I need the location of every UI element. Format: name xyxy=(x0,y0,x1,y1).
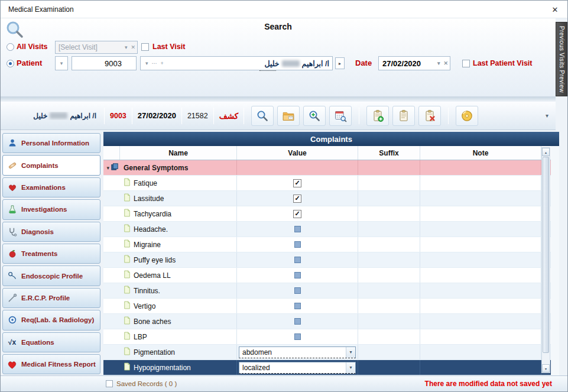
search-visit-button[interactable] xyxy=(251,106,274,126)
row-note-cell[interactable] xyxy=(420,283,541,298)
last-visit-checkbox[interactable] xyxy=(141,43,149,51)
row-note-cell[interactable] xyxy=(420,191,541,206)
checkbox-unchecked-icon[interactable] xyxy=(294,257,301,263)
new-record-button[interactable] xyxy=(366,106,389,126)
calendar-search-button[interactable] xyxy=(329,106,352,126)
sidebar-item-ercp-profile[interactable]: E.R.C.P. Profile xyxy=(2,288,100,308)
toolbar-more-icon[interactable]: ▾ xyxy=(543,110,551,121)
checkbox-unchecked-icon[interactable] xyxy=(294,241,301,248)
row-suffix-cell[interactable] xyxy=(358,252,420,267)
value-dropdown[interactable]: localized ▾ xyxy=(239,362,356,374)
date-picker[interactable]: 27/02/2020 ▾ ✕ xyxy=(378,56,450,70)
last-visit-label[interactable]: Last Visit xyxy=(152,43,185,51)
zoom-add-button[interactable] xyxy=(303,106,326,126)
vertical-scrollbar[interactable]: ▴ ▾ xyxy=(541,147,550,373)
patient-name-combo[interactable]: ▾ ⋯ + ا/ ابراهيم خليل xyxy=(140,56,333,70)
sidebar-item-complaints[interactable]: Complaints xyxy=(2,155,100,175)
row-note-cell[interactable] xyxy=(420,237,541,252)
table-row[interactable]: Fatique ✓ xyxy=(103,176,559,191)
checkbox-unchecked-icon[interactable] xyxy=(294,272,301,278)
clear-icon[interactable]: ✕ xyxy=(129,44,137,50)
row-suffix-cell[interactable] xyxy=(358,329,420,344)
collapse-icon[interactable]: ▾ xyxy=(106,165,109,171)
export-disc-button[interactable] xyxy=(456,106,478,126)
sidebar-item-endoscopic-profile[interactable]: Endoscopic Profile xyxy=(2,265,100,286)
row-note-cell[interactable] xyxy=(420,206,541,221)
scroll-down-icon[interactable]: ▾ xyxy=(542,364,550,372)
row-suffix-cell[interactable] xyxy=(358,191,420,206)
table-row-selected[interactable]: Hypopigmentation localized ▾ xyxy=(103,360,559,375)
previous-visits-preview-tab[interactable]: Previous Visits Preview xyxy=(556,22,567,96)
checkbox-unchecked-icon[interactable] xyxy=(294,303,301,309)
sidebar-item-investigations[interactable]: Investigations xyxy=(2,199,100,219)
sidebar-item-medical-fitness-report[interactable]: Medical Fitness Report xyxy=(2,354,100,374)
table-row[interactable]: Tachycardia ✓ xyxy=(103,206,559,222)
blank-record-button[interactable] xyxy=(392,106,415,126)
table-row[interactable]: Tinnitus. xyxy=(103,283,559,299)
plus-icon[interactable]: + xyxy=(159,60,165,66)
checkbox-checked-icon[interactable]: ✓ xyxy=(293,179,301,187)
row-suffix-cell[interactable] xyxy=(358,299,420,313)
row-note-cell[interactable] xyxy=(420,329,541,344)
row-note-cell[interactable] xyxy=(420,360,541,375)
row-suffix-cell[interactable] xyxy=(358,176,420,190)
row-suffix-cell[interactable] xyxy=(358,268,420,283)
scrollbar-thumb[interactable] xyxy=(543,157,549,353)
row-note-cell[interactable] xyxy=(420,252,541,267)
table-row[interactable]: LBP xyxy=(103,329,559,345)
row-note-cell[interactable] xyxy=(420,268,541,283)
table-row[interactable]: Lassitude ✓ xyxy=(103,191,559,206)
patient-radio[interactable] xyxy=(7,60,14,67)
table-row[interactable]: Oedema LL xyxy=(103,268,559,283)
checkbox-unchecked-icon[interactable] xyxy=(294,287,301,294)
chevron-down-icon[interactable]: ▾ xyxy=(144,60,150,66)
open-archive-button[interactable] xyxy=(277,106,300,126)
sidebar-item-personal-information[interactable]: Personal Information xyxy=(2,133,100,153)
row-suffix-cell[interactable] xyxy=(358,283,420,298)
saved-records-checkbox[interactable] xyxy=(106,380,113,387)
chevron-down-icon[interactable]: ▾ xyxy=(436,60,442,66)
sidebar-item-treatments[interactable]: Treatments xyxy=(2,244,100,264)
chevron-down-icon[interactable]: ▾ xyxy=(123,44,129,50)
last-patient-visit-label[interactable]: Last Patient Visit xyxy=(473,59,533,67)
row-note-cell[interactable] xyxy=(420,345,541,359)
table-row[interactable]: Migraine xyxy=(103,237,559,252)
table-row[interactable]: Headache. xyxy=(103,222,559,237)
row-suffix-cell[interactable] xyxy=(358,237,420,252)
table-row[interactable]: Bone aches xyxy=(103,314,559,329)
checkbox-checked-icon[interactable]: ✓ xyxy=(293,210,301,218)
row-suffix-cell[interactable] xyxy=(358,314,420,329)
column-header-note[interactable]: Note xyxy=(420,146,541,160)
row-suffix-cell[interactable] xyxy=(358,360,420,375)
row-suffix-cell[interactable] xyxy=(358,222,420,237)
category-row[interactable]: ▾ General Symptoms xyxy=(103,160,559,176)
chevron-down-icon[interactable]: ▾ xyxy=(346,347,355,358)
scroll-up-icon[interactable]: ▴ xyxy=(542,148,550,156)
column-header-suffix[interactable]: Suffix xyxy=(358,146,420,160)
sidebar-item-diagnosis[interactable]: Diagnosis xyxy=(2,222,100,242)
delete-record-button[interactable] xyxy=(418,106,441,126)
next-record-button[interactable]: ▸ xyxy=(335,57,345,69)
checkbox-unchecked-icon[interactable] xyxy=(294,226,301,232)
row-suffix-cell[interactable] xyxy=(358,206,420,221)
last-patient-visit-checkbox[interactable] xyxy=(462,60,470,67)
checkbox-unchecked-icon[interactable] xyxy=(294,318,301,325)
column-header-value[interactable]: Value xyxy=(237,146,358,160)
select-visit-dropdown[interactable]: [Select Visit] ▾ ✕ xyxy=(55,41,138,54)
close-icon[interactable]: ✕ xyxy=(550,4,560,15)
sidebar-item-examinations[interactable]: Examinations xyxy=(2,177,100,197)
row-suffix-cell[interactable] xyxy=(358,345,420,359)
checkbox-checked-icon[interactable]: ✓ xyxy=(293,195,301,203)
row-note-cell[interactable] xyxy=(420,222,541,237)
sidebar-item-equations[interactable]: √x Equations xyxy=(2,332,100,352)
row-note-cell[interactable] xyxy=(420,176,541,190)
all-visits-label[interactable]: All Visits xyxy=(17,43,48,51)
all-visits-radio[interactable] xyxy=(7,43,14,51)
row-note-cell[interactable] xyxy=(420,314,541,329)
value-dropdown[interactable]: abdomen ▾ xyxy=(239,346,356,358)
checkbox-unchecked-icon[interactable] xyxy=(294,333,301,340)
column-header-name[interactable]: Name xyxy=(120,146,237,160)
saved-records-label[interactable]: Saved Records ( 0 ) xyxy=(116,380,177,387)
patient-label[interactable]: Patient xyxy=(17,59,42,67)
row-note-cell[interactable] xyxy=(420,299,541,313)
